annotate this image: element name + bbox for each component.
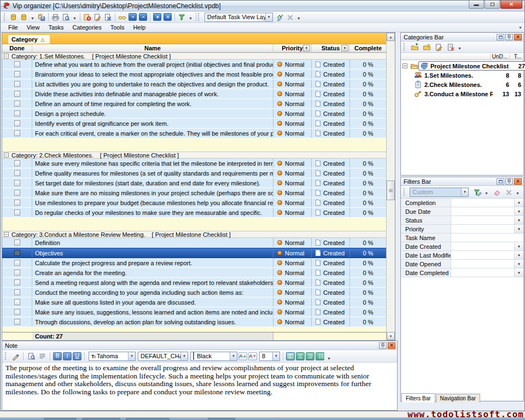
task-row[interactable]: Make sure all questions listed in your a… (2, 298, 386, 307)
categories-close-button[interactable]: ✕ (514, 34, 522, 40)
filter-dropdown-icon[interactable]: ▼ (514, 207, 523, 215)
add-subcategory-button[interactable] (422, 42, 432, 52)
filter-value-field[interactable] (451, 207, 514, 215)
group-by-category-tab[interactable]: Category △ (8, 34, 50, 44)
categories-pin-button[interactable] (505, 34, 513, 40)
task-done-checkbox[interactable] (14, 130, 20, 136)
filter-value-field[interactable] (451, 199, 514, 207)
task-done-checkbox[interactable] (14, 270, 20, 276)
menu-tools[interactable]: Tools (106, 24, 129, 31)
note-lines-button[interactable] (37, 352, 47, 361)
category-group-header[interactable]: −Category: 2.Check Milestones.[ Project … (2, 151, 386, 159)
print-button[interactable] (50, 12, 61, 22)
edit-task-button[interactable] (92, 12, 103, 22)
underline-button[interactable]: U (73, 352, 81, 360)
filter-dropdown-icon[interactable]: ▼ (514, 199, 523, 207)
filters-restore-button[interactable] (497, 178, 504, 185)
task-row[interactable]: Brainstorm your ideas to select the most… (2, 69, 386, 79)
task-done-checkbox[interactable] (14, 101, 20, 107)
selected-category[interactable]: Project Milestone Checklist2727 (418, 61, 525, 71)
task-row[interactable]: Do regular checks of your milestones to … (2, 208, 386, 218)
note-preview-button[interactable] (26, 352, 36, 361)
task-done-checkbox[interactable] (14, 209, 20, 215)
menu-view[interactable]: View (22, 24, 44, 31)
column-header-priority[interactable]: Priority ▼ (273, 44, 312, 52)
menu-overflow-icon[interactable]: ▼ (518, 26, 522, 30)
task-row[interactable]: Make sure any issues, suggestions, lesso… (2, 307, 386, 317)
align-left-button[interactable] (286, 352, 295, 360)
filter-value-field[interactable] (451, 260, 514, 268)
show-done-tasks-button[interactable] (117, 12, 127, 22)
filter-dropdown-icon[interactable]: ▼ (514, 269, 523, 277)
task-done-checkbox[interactable] (14, 319, 20, 325)
filter-dropdown-icon[interactable]: ▼ (514, 260, 523, 268)
collapse-tree-icon[interactable]: − (402, 63, 407, 68)
scrollbar-thumb[interactable] (387, 180, 395, 200)
category-tree-item[interactable]: −Project Milestone Checklist2727 (401, 61, 523, 71)
note-text[interactable]: The purpose of the meeting is to examine… (2, 363, 397, 410)
task-row[interactable]: For each critical event, create a marker… (2, 129, 386, 138)
filters-pin-button[interactable] (505, 178, 513, 185)
delete-filter-dropdown-icon[interactable]: ▼ (514, 190, 521, 197)
filter-preset-combo[interactable]: Custom ▼ (410, 188, 469, 197)
print-preview-button[interactable] (61, 12, 71, 22)
bullet-list-button[interactable] (316, 352, 324, 360)
category-group-header[interactable]: −Category: 1.Set Milestones.[ Project Mi… (2, 52, 386, 60)
align-center-button[interactable] (296, 352, 305, 360)
category-tree-item[interactable]: 2.Check Milestones.66 (401, 80, 523, 89)
filter-value-field[interactable] (451, 242, 514, 250)
delete-layout-button[interactable] (285, 12, 295, 22)
close-button[interactable]: ✕ (500, 1, 522, 9)
category-group-header[interactable]: −Category: 3.Conduct a Milestone Review … (2, 231, 386, 238)
delete-category-dropdown-icon[interactable]: ▼ (456, 45, 463, 52)
task-done-checkbox[interactable] (14, 190, 20, 196)
task-done-checkbox[interactable] (14, 81, 20, 87)
note-pin-button[interactable] (379, 342, 387, 349)
task-row[interactable]: Define what you want to achieve from the… (2, 60, 386, 69)
task-done-checkbox[interactable] (14, 289, 20, 295)
minimize-button[interactable]: ▬ (469, 1, 484, 9)
italic-button[interactable]: I (63, 352, 72, 360)
collapse-group-icon[interactable]: − (4, 153, 9, 158)
task-row[interactable]: List activities you are going to underta… (2, 79, 386, 89)
task-done-checkbox[interactable] (14, 120, 20, 126)
filter-value-field[interactable] (451, 216, 514, 224)
delete-task-button[interactable] (103, 12, 113, 22)
filter-view-dropdown-icon[interactable]: ▼ (187, 15, 194, 22)
task-done-checkbox[interactable] (14, 299, 20, 305)
task-row[interactable]: Design a project schedule.NormalCreated0… (2, 109, 386, 119)
expand-all-button[interactable]: » (152, 12, 162, 22)
font-color-combo[interactable]: Black▼ (190, 352, 237, 361)
task-done-checkbox[interactable] (14, 260, 20, 266)
filter-dropdown-icon[interactable]: ▼ (514, 225, 523, 233)
edit-note-button[interactable] (10, 352, 20, 361)
task-row[interactable]: DefinitionNormalCreated0 % (2, 238, 386, 248)
task-row[interactable]: Set target date for milestones (start da… (2, 178, 386, 188)
new-database-button[interactable] (8, 12, 19, 22)
task-row[interactable]: Identify events of great significance pe… (2, 119, 386, 129)
new-category-button[interactable] (410, 42, 420, 52)
bold-button[interactable]: B (53, 352, 62, 360)
shrink-font-button[interactable]: A▼ (248, 352, 257, 360)
collapse-group-icon[interactable]: − (4, 54, 9, 59)
note-toolbar-overflow-icon[interactable]: ▼ (325, 355, 332, 362)
charset-combo-dropdown-icon[interactable]: ▼ (180, 352, 188, 360)
move-task-down-button[interactable]: › (127, 12, 138, 22)
status-filter-dropdown-icon[interactable]: ▼ (341, 45, 348, 51)
task-row[interactable]: Send a meeting request along with the ag… (2, 278, 386, 288)
task-row[interactable]: Define an amount of time required for co… (2, 99, 386, 109)
edit-category-button[interactable] (434, 42, 444, 52)
menu-file[interactable]: File (4, 24, 22, 31)
task-row[interactable]: Calculate the project progress and prepa… (2, 258, 386, 268)
column-header-undone[interactable]: UnD... (491, 54, 509, 60)
filter-view-button[interactable] (177, 12, 187, 22)
task-row[interactable]: Divide these activities into definable a… (2, 89, 386, 99)
font-name-combo[interactable]: TtTahoma▼ (89, 352, 136, 361)
column-header-total[interactable]: T... (509, 54, 523, 60)
task-done-checkbox[interactable] (14, 160, 20, 166)
print-preview-dropdown-icon[interactable]: ▼ (71, 15, 78, 22)
column-header-complete[interactable]: Complete (350, 44, 386, 52)
filter-dropdown-icon[interactable]: ▼ (514, 216, 523, 224)
delete-filter-button[interactable] (504, 187, 514, 197)
task-done-checkbox[interactable] (14, 279, 20, 285)
